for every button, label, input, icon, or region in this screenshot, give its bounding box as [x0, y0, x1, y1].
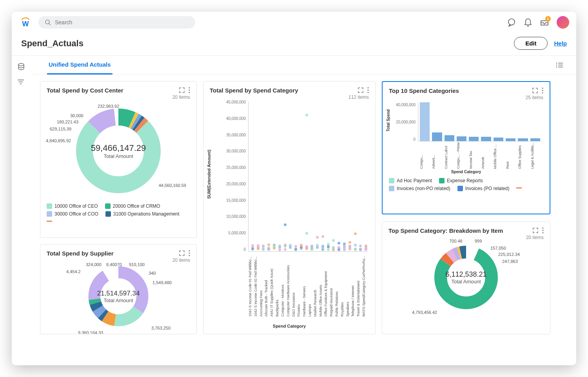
chat-icon[interactable]: [507, 18, 516, 27]
inbox-icon[interactable]: 6: [540, 18, 549, 27]
item-count: 25 items: [389, 95, 543, 100]
expand-icon[interactable]: [358, 87, 363, 93]
svg-point-41: [542, 92, 543, 93]
svg-point-17: [189, 92, 190, 93]
svg-point-3: [508, 19, 515, 25]
search-input[interactable]: [55, 19, 189, 25]
legend: Ad Hoc Payment Expense Reports Invoices …: [389, 178, 543, 191]
svg-point-40: [542, 90, 543, 91]
card-breakdown-by-item: Top Spend Category: Breakdown by Item 20…: [382, 221, 550, 334]
svg-point-38: [367, 92, 368, 93]
item-count: 20 items: [388, 235, 544, 240]
donut-chart[interactable]: 21,514,597.34 Total Amount 8,40070 910,1…: [47, 263, 190, 330]
more-icon[interactable]: [189, 250, 190, 256]
card-total-spend-category: Total Spend by Spend Category 112 items …: [203, 81, 376, 334]
svg-point-11: [556, 65, 557, 65]
search-box[interactable]: [38, 16, 195, 29]
card-top10-spend-categories: Top 10 Spend Categories 25 items Total S…: [382, 81, 550, 214]
donut-chart[interactable]: 59,466,147.29 Total Amount 232,983.92 30…: [47, 100, 190, 202]
svg-point-15: [189, 87, 190, 88]
more-icon[interactable]: [542, 227, 544, 234]
svg-point-42: [542, 227, 543, 228]
more-icon[interactable]: [542, 87, 543, 94]
svg-point-9: [556, 63, 557, 63]
svg-point-27: [189, 255, 190, 256]
topbar: W 6: [12, 12, 576, 33]
card-total-spend-supplier: Total Spend by Supplier 20 items: [40, 244, 197, 334]
app-logo: W: [19, 16, 32, 29]
expand-icon[interactable]: [179, 250, 185, 256]
expand-icon[interactable]: [179, 87, 185, 93]
list-view-icon[interactable]: [552, 58, 567, 72]
expand-icon[interactable]: [533, 228, 538, 233]
svg-point-13: [556, 67, 557, 67]
side-rail: [12, 56, 31, 365]
more-icon[interactable]: [367, 87, 369, 93]
svg-text:W: W: [22, 20, 29, 28]
svg-point-39: [542, 87, 543, 89]
svg-point-5: [18, 63, 24, 66]
card-title: Total Spend by Cost Center: [47, 87, 179, 94]
svg-point-36: [367, 87, 368, 88]
svg-point-26: [189, 252, 190, 254]
bar-chart[interactable]: Total Spend 40,000,00020,000,0000 Compu.…: [389, 100, 543, 169]
card-title: Total Spend by Spend Category: [210, 87, 358, 94]
scatter-chart[interactable]: SUM(Extended Amount) 45,000,00040,000,00…: [210, 100, 369, 322]
svg-point-16: [189, 89, 190, 91]
item-count: 20 items: [47, 94, 190, 100]
card-title: Top 10 Spend Categories: [389, 87, 532, 94]
legend: 10000 Office of CEO 20000 Office of CRMO…: [47, 203, 190, 222]
edit-button[interactable]: Edit: [514, 37, 548, 50]
avatar[interactable]: [557, 16, 569, 29]
svg-point-37: [367, 89, 368, 91]
bell-icon[interactable]: [524, 18, 532, 27]
tab-unified-spend-actuals[interactable]: Unified Spend Actuals: [47, 56, 113, 74]
svg-point-1: [45, 20, 49, 24]
svg-point-25: [189, 250, 190, 251]
search-icon: [45, 19, 51, 25]
data-source-icon[interactable]: [17, 63, 25, 71]
more-icon[interactable]: [189, 87, 190, 93]
filter-icon[interactable]: [17, 79, 25, 87]
help-link[interactable]: Help: [554, 40, 567, 47]
svg-point-44: [542, 232, 543, 233]
page-title: Spend_Actuals: [21, 38, 514, 49]
card-title: Total Spend by Supplier: [47, 250, 179, 257]
item-count: 112 items: [210, 94, 369, 100]
inbox-badge: 6: [545, 16, 551, 22]
svg-point-43: [542, 230, 543, 231]
donut-chart[interactable]: 6,112,538.21 Total Amount 700.48 999 157…: [388, 240, 544, 315]
card-total-spend-cost-center: Total Spend by Cost Center 20 items: [40, 81, 197, 238]
expand-icon[interactable]: [532, 88, 538, 93]
card-title: Top Spend Category: Breakdown by Item: [388, 227, 533, 234]
svg-line-2: [49, 24, 51, 25]
